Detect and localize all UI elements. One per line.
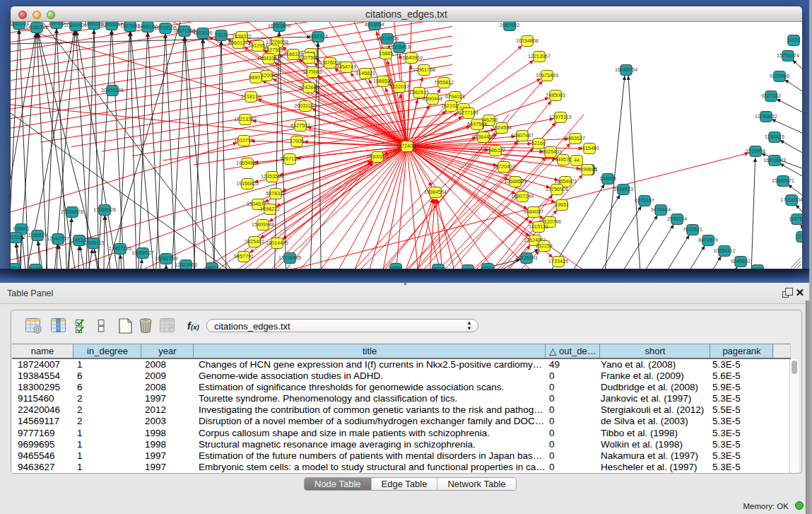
svg-text:2935134: 2935134: [667, 216, 687, 222]
svg-text:3875685: 3875685: [302, 69, 322, 75]
svg-text:19651: 19651: [555, 201, 569, 208]
svg-text:44: 44: [574, 157, 579, 163]
svg-text:9463627: 9463627: [565, 135, 585, 141]
svg-text:5878332: 5878332: [266, 190, 286, 197]
svg-text:6497568: 6497568: [467, 121, 487, 127]
svg-text:3267130: 3267130: [280, 156, 300, 162]
svg-text:9457791: 9457791: [234, 253, 254, 259]
svg-text:1498222: 1498222: [260, 206, 280, 212]
svg-text:10654112: 10654112: [713, 247, 735, 254]
svg-text:12213967: 12213967: [528, 53, 551, 59]
svg-text:1244415: 1244415: [765, 134, 784, 140]
svg-text:8454749: 8454749: [336, 64, 356, 70]
svg-text:9314: 9314: [11, 265, 20, 269]
svg-text:12953: 12953: [795, 233, 802, 240]
svg-text:19654983: 19654983: [236, 160, 259, 166]
svg-text:10218506: 10218506: [376, 35, 399, 42]
svg-text:116753: 116753: [789, 216, 802, 222]
svg-text:9327509: 9327509: [264, 47, 283, 53]
svg-text:12942757: 12942757: [47, 235, 69, 242]
svg-text:19166825: 19166825: [236, 180, 259, 187]
svg-text:62160: 62160: [531, 140, 546, 146]
svg-text:10807487: 10807487: [511, 132, 534, 139]
svg-text:2087682: 2087682: [500, 22, 519, 28]
svg-text:15409948: 15409948: [252, 221, 274, 228]
svg-text:19384554: 19384554: [424, 189, 447, 195]
svg-text:9245652: 9245652: [731, 258, 751, 264]
svg-text:1010755: 1010755: [234, 137, 254, 144]
svg-text:25300203: 25300203: [366, 153, 389, 160]
svg-text:1527602: 1527602: [120, 23, 140, 29]
svg-text:252254: 252254: [536, 243, 553, 249]
svg-text:935001: 935001: [13, 226, 30, 232]
svg-text:20053346: 20053346: [101, 87, 124, 93]
svg-text:7515526: 7515526: [193, 30, 213, 36]
svg-text:8871: 8871: [462, 267, 473, 269]
svg-text:8813054: 8813054: [365, 22, 384, 28]
svg-text:12505115: 12505115: [82, 240, 104, 246]
svg-text:79551: 79551: [389, 265, 403, 269]
svg-text:18724007: 18724007: [396, 143, 418, 149]
svg-text:14811: 14811: [205, 264, 218, 269]
svg-text:16782759: 16782759: [155, 255, 177, 262]
svg-text:12533: 12533: [431, 266, 445, 269]
svg-text:10543362: 10543362: [257, 55, 280, 62]
svg-text:14136141: 14136141: [515, 255, 538, 261]
svg-text:15751074: 15751074: [777, 52, 799, 59]
svg-text:19756928: 19756928: [546, 186, 568, 192]
svg-text:17359928: 17359928: [93, 206, 116, 213]
svg-text:16014479: 16014479: [266, 240, 288, 246]
svg-text:5141: 5141: [30, 266, 41, 269]
svg-text:15885: 15885: [379, 50, 393, 57]
svg-text:3915312: 3915312: [11, 234, 25, 240]
svg-text:15692971: 15692971: [772, 177, 794, 184]
svg-text:16154808: 16154808: [516, 37, 539, 44]
svg-text:13716485: 13716485: [278, 255, 301, 261]
svg-text:7515: 7515: [216, 32, 227, 38]
svg-text:10958127: 10958127: [131, 250, 154, 256]
svg-text:5322037: 5322037: [389, 83, 409, 90]
svg-text:16053809: 16053809: [268, 23, 290, 29]
svg-text:15720407: 15720407: [493, 163, 515, 170]
svg-text:3624554: 3624554: [492, 124, 512, 131]
svg-text:10973493: 10973493: [536, 72, 558, 78]
svg-text:19654923: 19654923: [554, 178, 577, 185]
svg-text:97312: 97312: [481, 265, 495, 269]
svg-text:9084067: 9084067: [524, 209, 543, 215]
svg-text:21364436: 21364436: [472, 134, 495, 140]
svg-text:14055712: 14055712: [25, 24, 48, 30]
svg-text:11122: 11122: [787, 37, 801, 43]
svg-text:1615132: 1615132: [529, 223, 548, 230]
svg-text:7632621: 7632621: [683, 226, 702, 233]
svg-text:9227342: 9227342: [761, 93, 781, 99]
svg-text:7625402: 7625402: [245, 238, 264, 245]
svg-text:17957225: 17957225: [109, 245, 131, 252]
svg-text:10688609: 10688609: [504, 178, 526, 185]
svg-text:9699695: 9699695: [577, 166, 597, 173]
svg-text:98901: 98901: [249, 74, 263, 81]
svg-text:9777169: 9777169: [459, 110, 478, 116]
svg-text:16640910: 16640910: [400, 54, 423, 61]
svg-text:9242848: 9242848: [299, 84, 319, 90]
svg-text:7986322: 7986322: [486, 147, 505, 153]
svg-text:(x): (x): [191, 323, 199, 331]
svg-text:26031144: 26031144: [294, 103, 316, 109]
svg-text:16210643: 16210643: [763, 157, 786, 163]
svg-text:144095: 144095: [599, 175, 616, 182]
svg-text:9146821: 9146821: [355, 70, 375, 76]
svg-text:9115460: 9115460: [579, 145, 599, 151]
svg-text:10961758: 10961758: [413, 66, 435, 73]
svg-text:18807249: 18807249: [511, 193, 534, 199]
svg-text:12353594: 12353594: [261, 173, 283, 180]
svg-text:17016504: 17016504: [780, 197, 802, 203]
svg-text:1156829: 1156829: [28, 232, 47, 238]
svg-text:3215958: 3215958: [746, 148, 765, 154]
svg-text:5938923: 5938923: [613, 186, 633, 192]
svg-text:6794028: 6794028: [445, 93, 465, 100]
svg-text:1362615: 1362615: [409, 89, 429, 95]
svg-text:9329966: 9329966: [770, 73, 789, 79]
svg-text:7955812: 7955812: [434, 79, 454, 86]
svg-text:20206578: 20206578: [61, 209, 83, 215]
svg-text:6379197: 6379197: [635, 197, 654, 204]
svg-text:12923466: 12923466: [175, 262, 197, 268]
